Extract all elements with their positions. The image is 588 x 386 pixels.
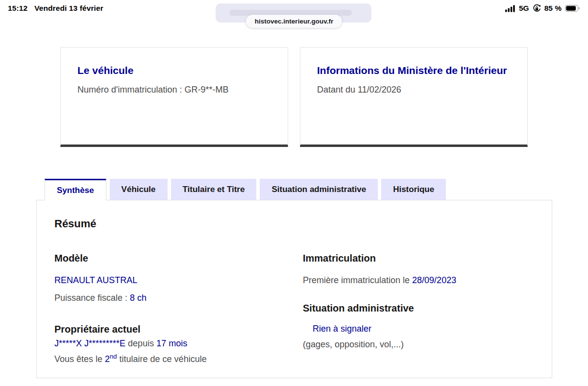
admin-status-value: Rien à signaler	[303, 323, 534, 335]
owner-since-label: depuis	[125, 338, 156, 348]
rank-number: 2	[105, 354, 110, 364]
tab-situation-administrative[interactable]: Situation administrative	[260, 179, 378, 200]
status-bar: 15:12 Vendredi 13 février 5G 85 %	[0, 0, 588, 16]
tab-bar: Synthèse Véhicule Titulaire et Titre Sit…	[36, 179, 552, 200]
owner-line: J*****X J*********E depuis 17 mois	[54, 338, 288, 350]
model-heading: Modèle	[54, 252, 288, 265]
tab-historique[interactable]: Historique	[381, 179, 446, 200]
battery-percent-label: 85 %	[544, 4, 562, 13]
registration-label: Première immatriculation le	[303, 275, 412, 285]
vehicle-card: Le véhicule Numéro d'immatriculation : G…	[60, 47, 288, 147]
owner-heading: Propriétaire actuel	[54, 323, 288, 336]
model-owner-column: Modèle RENAULT AUSTRAL Puissance fiscale…	[54, 252, 303, 365]
registration-heading: Immatriculation	[303, 252, 534, 265]
report-tabs-section: Synthèse Véhicule Titulaire et Titre Sit…	[36, 179, 552, 378]
tab-vehicule[interactable]: Véhicule	[110, 179, 168, 200]
rank-prefix: Vous êtes le	[54, 354, 105, 364]
fiscal-power-value: 8 ch	[130, 293, 147, 303]
admin-status-note: (gages, opposition, vol,...)	[303, 338, 534, 351]
status-bar-right: 5G 85 %	[505, 4, 580, 13]
status-bar-left: 15:12 Vendredi 13 février	[8, 4, 103, 13]
owner-since-value: 17 mois	[156, 338, 187, 348]
clock: 15:12	[8, 4, 27, 13]
admin-status-heading: Situation administrative	[303, 302, 534, 314]
rank-ordinal: nd	[110, 353, 117, 360]
registration-status-column: Immatriculation Première immatriculation…	[303, 252, 534, 365]
url-bar[interactable]: histovec.interieur.gouv.fr	[246, 15, 342, 28]
model-name: RENAULT AUSTRAL	[54, 274, 288, 287]
network-type-label: 5G	[519, 4, 529, 13]
fiscal-power-label: Puissance fiscale :	[54, 293, 130, 303]
owner-name: J*****X J*********E	[54, 338, 125, 348]
header-cards: Le véhicule Numéro d'immatriculation : G…	[60, 47, 528, 147]
battery-icon	[565, 5, 580, 12]
vehicle-card-title: Le véhicule	[77, 63, 271, 77]
ministry-card-subtitle: Datant du 11/02/2026	[317, 84, 511, 96]
tab-titulaire-et-titre[interactable]: Titulaire et Titre	[171, 179, 257, 200]
registration-line: Première immatriculation le 28/09/2023	[303, 274, 534, 287]
vehicle-card-subtitle: Numéro d'immatriculation : GR-9**-MB	[77, 84, 271, 96]
date: Vendredi 13 février	[34, 4, 103, 13]
orientation-lock-icon	[533, 4, 541, 13]
ministry-card: Informations du Ministère de l'Intérieur…	[300, 47, 528, 147]
registration-date: 28/09/2023	[412, 275, 456, 285]
synthese-panel: Résumé Modèle RENAULT AUSTRAL Puissance …	[36, 200, 552, 378]
panel-columns: Modèle RENAULT AUSTRAL Puissance fiscale…	[54, 252, 534, 365]
owner-rank-line: Vous êtes le 2nd titulaire de ce véhicul…	[54, 353, 288, 365]
tab-synthese[interactable]: Synthèse	[45, 179, 106, 200]
signal-bars-icon	[505, 5, 515, 12]
ministry-card-title: Informations du Ministère de l'Intérieur	[317, 63, 511, 77]
rank-rest: titulaire de ce véhicule	[117, 354, 207, 364]
fiscal-power-line: Puissance fiscale : 8 ch	[54, 292, 288, 304]
panel-title: Résumé	[54, 217, 534, 230]
